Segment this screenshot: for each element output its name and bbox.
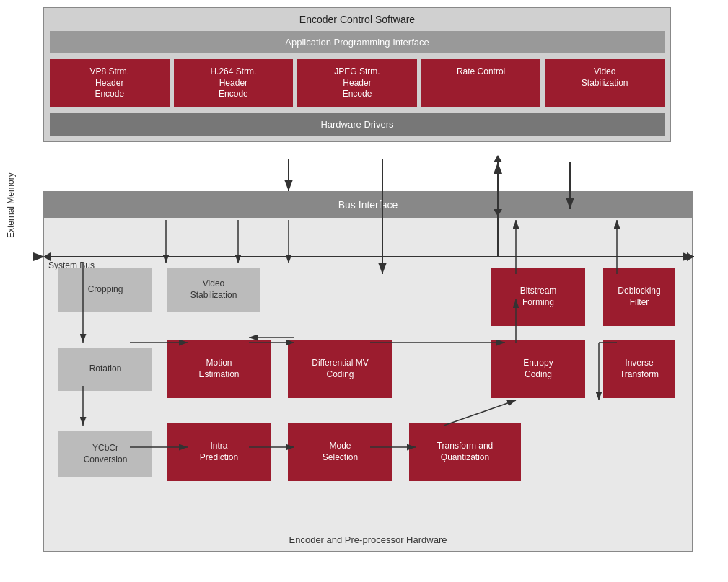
mode-selection-box: ModeSelection [288,423,392,481]
vp8-box: VP8 Strm.HeaderEncode [50,59,170,107]
cropping-box: Cropping [58,268,152,312]
hw-drivers-bar: Hardware Drivers [50,113,665,136]
rate-control-box: Rate Control [421,59,541,107]
video-stab-hw-box: VideoStabilization [167,268,260,312]
software-box: Encoder Control Software Application Pro… [43,7,671,142]
svg-marker-12 [494,155,502,162]
transform-quant-box: Transform andQuantization [409,423,521,481]
rotation-box: Rotation [58,348,152,391]
deblocking-filter-box: DeblockingFilter [603,268,675,326]
inverse-transform-box: InverseTransform [603,340,675,398]
intra-prediction-box: IntraPrediction [167,423,271,481]
entropy-coding-box: EntropyCoding [491,340,585,398]
bus-interface-bar: Bus Interface [44,192,692,218]
jpeg-box: JPEG Strm.HeaderEncode [297,59,417,107]
api-bar: Application Programming Interface [50,31,665,53]
external-memory-label: External Memory [6,22,16,238]
hardware-box: Bus Interface Cropping VideoStabilizatio… [43,191,693,552]
diff-mv-coding-box: Differential MVCoding [288,340,392,398]
diagram-container: External Memory Encoder Control Software… [22,7,714,573]
codec-row: VP8 Strm.HeaderEncode H.264 Strm.HeaderE… [50,59,665,107]
h264-box: H.264 Strm.HeaderEncode [174,59,294,107]
video-stab-top-box: VideoStabilization [545,59,665,107]
ycbcr-box: YCbCrConversion [58,431,152,477]
software-title: Encoder Control Software [50,14,665,25]
hardware-title: Encoder and Pre-processor Hardware [44,534,692,545]
hw-content: Cropping VideoStabilization Rotation YCb… [44,247,692,577]
motion-estimation-box: MotionEstimation [167,340,271,398]
bitstream-forming-box: BitstreamForming [491,268,585,326]
